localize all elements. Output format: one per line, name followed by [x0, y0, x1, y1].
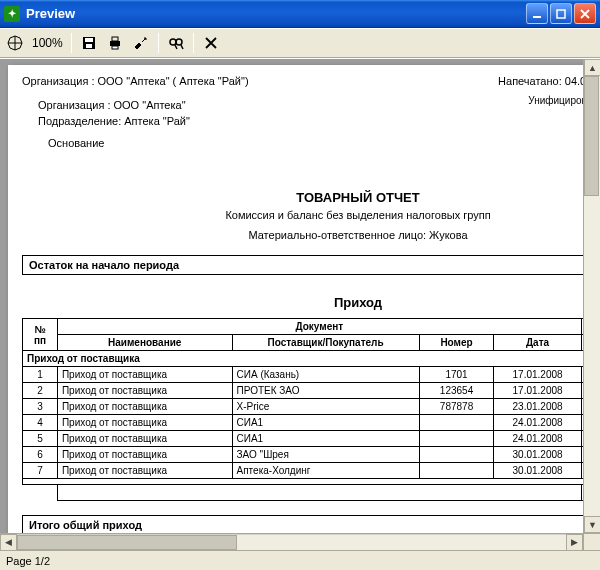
subdivision-line: Подразделение: Аптека "Рай" — [38, 115, 190, 127]
cell-name: Приход от поставщика — [57, 367, 232, 383]
cell-party: Аптека-Холдинг — [232, 463, 419, 479]
scroll-up-icon[interactable]: ▲ — [584, 59, 600, 76]
svg-rect-0 — [533, 16, 541, 18]
minimize-button[interactable] — [526, 3, 548, 24]
svg-point-9 — [176, 39, 182, 45]
zoom-label[interactable]: 100% — [32, 36, 63, 50]
table-row: 7Приход от поставщикаАптека-Холдинг30.01… — [23, 463, 601, 479]
svg-point-8 — [170, 39, 176, 45]
report-page: Организация : ООО "Аптека" ( Аптека "Рай… — [8, 65, 600, 550]
table-row: 6Приход от поставщикаЗАО "Шрея30.01.2008… — [23, 447, 601, 463]
cell-party: СИА1 — [232, 415, 419, 431]
fit-page-button[interactable] — [6, 34, 24, 52]
cell-date: 23.01.2008 — [494, 399, 581, 415]
separator — [193, 33, 194, 53]
cell-name: Приход от поставщика — [57, 431, 232, 447]
cell-date: 24.01.2008 — [494, 431, 581, 447]
col-date: Дата — [494, 335, 581, 351]
report-subtitle: Комиссия и баланс без выделения налоговы… — [22, 209, 600, 221]
col-name: Наименование — [57, 335, 232, 351]
svg-rect-4 — [86, 44, 92, 48]
table-row: 3Приход от поставщикаX-Price78787823.01.… — [23, 399, 601, 415]
cell-num: 123654 — [419, 383, 494, 399]
org-header: Организация : ООО "Аптека" ( Аптека "Рай… — [22, 75, 249, 87]
svg-rect-7 — [112, 46, 118, 49]
subtotal-row: 31294.80 — [23, 485, 601, 501]
col-npp: № пп — [23, 319, 58, 351]
cell-name: Приход от поставщика — [57, 463, 232, 479]
cell-npp: 2 — [23, 383, 58, 399]
basis-line: Основание — [48, 137, 190, 149]
table-row: 5Приход от поставщикаСИА124.01.20086737.… — [23, 431, 601, 447]
cell-party: СИА (Казань) — [232, 367, 419, 383]
window-title: Preview — [26, 6, 526, 21]
settings-button[interactable] — [132, 34, 150, 52]
cell-npp: 4 — [23, 415, 58, 431]
svg-rect-5 — [110, 41, 120, 46]
statusbar: Page 1/2 — [0, 550, 600, 570]
separator — [71, 33, 72, 53]
cell-npp: 1 — [23, 367, 58, 383]
maximize-button[interactable] — [550, 3, 572, 24]
col-num: Номер — [419, 335, 494, 351]
cell-name: Приход от поставщика — [57, 383, 232, 399]
table-row: 2Приход от поставщикаПРОТЕК ЗАО12365417.… — [23, 383, 601, 399]
responsible-person: Материально-ответственное лицо: Жукова — [22, 229, 600, 241]
group-header: Приход от поставщика — [23, 351, 601, 367]
cell-date: 24.01.2008 — [494, 415, 581, 431]
cell-date: 30.01.2008 — [494, 447, 581, 463]
table-row: 4Приход от поставщикаСИА124.01.200812904… — [23, 415, 601, 431]
scroll-thumb[interactable] — [584, 76, 599, 196]
cell-date: 17.01.2008 — [494, 367, 581, 383]
cell-npp: 7 — [23, 463, 58, 479]
close-preview-button[interactable] — [202, 34, 220, 52]
cell-num — [419, 463, 494, 479]
cell-num — [419, 447, 494, 463]
cell-num — [419, 431, 494, 447]
horizontal-scrollbar[interactable]: ◀ ▶ — [0, 533, 583, 550]
scroll-right-icon[interactable]: ▶ — [566, 534, 583, 551]
cell-party: X-Price — [232, 399, 419, 415]
cell-num: 1701 — [419, 367, 494, 383]
cell-name: Приход от поставщика — [57, 399, 232, 415]
cell-party: СИА1 — [232, 431, 419, 447]
grand-label: Итого общий приход — [23, 516, 593, 534]
save-button[interactable] — [80, 34, 98, 52]
scroll-left-icon[interactable]: ◀ — [0, 534, 17, 551]
vertical-scrollbar[interactable]: ▲ ▼ — [583, 59, 600, 533]
app-icon: ✦ — [4, 6, 20, 22]
report-table: № пп Документ Себесто Наименование Поста… — [22, 318, 600, 501]
svg-rect-3 — [85, 38, 93, 42]
titlebar: ✦ Preview — [0, 0, 600, 28]
cell-num: 787878 — [419, 399, 494, 415]
scroll-corner — [583, 533, 600, 550]
svg-rect-1 — [557, 10, 565, 18]
window-buttons — [526, 3, 596, 24]
opening-balance-row: Остаток на начало периода 3354215.69 3 — [22, 255, 600, 275]
toolbar: 100% — [0, 28, 600, 58]
cell-npp: 3 — [23, 399, 58, 415]
cell-name: Приход от поставщика — [57, 447, 232, 463]
cell-party: ЗАО "Шрея — [232, 447, 419, 463]
scroll-thumb[interactable] — [17, 535, 237, 550]
svg-rect-6 — [112, 37, 118, 41]
section-title: Приход — [22, 295, 600, 310]
table-row: 1Приход от поставщикаСИА (Казань)170117.… — [23, 367, 601, 383]
cell-date: 17.01.2008 — [494, 383, 581, 399]
cell-name: Приход от поставщика — [57, 415, 232, 431]
cell-npp: 5 — [23, 431, 58, 447]
col-doc: Документ — [57, 319, 581, 335]
report-viewport: Организация : ООО "Аптека" ( Аптека "Рай… — [0, 58, 600, 550]
page-indicator: Page 1/2 — [6, 555, 50, 567]
print-button[interactable] — [106, 34, 124, 52]
opening-label: Остаток на начало периода — [23, 256, 593, 274]
report-title: ТОВАРНЫЙ ОТЧЕТ — [22, 190, 600, 205]
cell-date: 30.01.2008 — [494, 463, 581, 479]
scroll-down-icon[interactable]: ▼ — [584, 516, 600, 533]
grand-total-row: Итого общий приход 31294.80 — [22, 515, 600, 535]
close-button[interactable] — [574, 3, 596, 24]
cell-party: ПРОТЕК ЗАО — [232, 383, 419, 399]
org-line: Организация : ООО "Аптека" — [38, 99, 190, 111]
search-button[interactable] — [167, 34, 185, 52]
cell-num — [419, 415, 494, 431]
